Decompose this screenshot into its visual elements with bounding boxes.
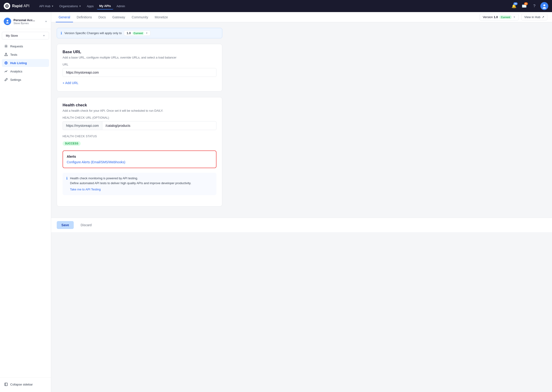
alerts-box: Alerts Configure Alerts (Email/SMS/Webho…: [63, 150, 217, 168]
store-selector[interactable]: My Store ▼: [2, 32, 49, 40]
tab-general[interactable]: General: [56, 12, 73, 22]
sidebar: Personal Acc... Steve Byrnes ▼ My Store …: [0, 12, 51, 392]
health-check-title: Health check: [63, 103, 217, 107]
svg-point-5: [7, 20, 8, 21]
logo[interactable]: Rapid API: [4, 3, 29, 9]
version-banner: ℹ Version Specific Changes will apply on…: [57, 28, 222, 38]
messages-button[interactable]: ✉️ 8: [520, 2, 528, 10]
alerts-title: Alerts: [67, 155, 212, 158]
nav-my-apis[interactable]: My APIs: [97, 3, 113, 9]
account-sub: Steve Byrnes: [14, 22, 43, 25]
account-info: Personal Acc... Steve Byrnes: [14, 18, 43, 25]
health-check-desc: Add a health check for your API. Once se…: [63, 109, 217, 112]
add-url-button[interactable]: + Add URL: [63, 80, 217, 86]
version-banner-tag[interactable]: 1.0 Current ▼: [124, 30, 150, 36]
page-content: ℹ Version Specific Changes will apply on…: [51, 22, 228, 217]
external-link-icon: ↗: [542, 15, 544, 19]
api-testing-link[interactable]: Take me to API Testing: [70, 188, 101, 191]
gear-icon: [4, 44, 8, 48]
collapse-icon: [4, 383, 8, 386]
svg-point-4: [543, 7, 546, 9]
info-icon: ℹ: [66, 176, 68, 192]
view-in-hub-button[interactable]: View in Hub ↗: [521, 14, 547, 21]
account-avatar: [4, 18, 11, 25]
svg-point-6: [6, 22, 9, 23]
navbar-links: API Hub ▼ Organizations ▼ Apps My APIs A…: [37, 3, 127, 9]
user-avatar[interactable]: [540, 2, 548, 10]
notification-badge: 39: [513, 2, 518, 5]
version-current-badge: Current: [499, 15, 512, 19]
info-text: Health check monitoring is powered by AP…: [70, 176, 191, 192]
health-url-row: https://mystoreapi.com: [63, 121, 217, 130]
globe-icon: [4, 61, 8, 65]
logo-text: Rapid API: [12, 4, 29, 8]
sidebar-bottom: Collapse sidebar: [0, 377, 51, 388]
base-url-section: Base URL Add a base URL, configure multi…: [57, 44, 222, 91]
notifications-button[interactable]: 🔔 39: [510, 2, 518, 10]
chevron-down-icon: ▼: [45, 20, 47, 23]
nav-organizations[interactable]: Organizations ▼: [57, 3, 83, 9]
sidebar-item-tests[interactable]: Tests: [2, 51, 49, 58]
account-switcher[interactable]: Personal Acc... Steve Byrnes ▼: [0, 16, 51, 29]
chevron-down-icon: ▼: [51, 5, 54, 7]
version-selector[interactable]: Version 1.0 Current ▼: [480, 14, 518, 21]
health-url-group: Health Check URL (optional) https://myst…: [63, 116, 217, 130]
flask-icon: [4, 53, 8, 56]
tab-docs[interactable]: Docs: [95, 12, 109, 22]
svg-point-7: [6, 46, 7, 47]
pencil-icon: [4, 78, 8, 82]
save-button[interactable]: Save: [57, 221, 74, 229]
version-label: Version 1.0: [483, 15, 498, 19]
tab-bar: General Definitions Docs Gateway Communi…: [51, 12, 552, 22]
logo-icon: [4, 3, 10, 9]
tab-community[interactable]: Community: [129, 12, 151, 22]
health-status-group: Health Check Status SUCCESS: [63, 135, 217, 146]
info-icon: ℹ: [61, 31, 62, 35]
tab-monetize[interactable]: Monetize: [152, 12, 171, 22]
discard-button[interactable]: Discard: [76, 221, 96, 229]
chevron-down-icon: ▼: [43, 34, 45, 37]
main-content: General Definitions Docs Gateway Communi…: [51, 12, 552, 392]
chevron-down-icon: ▼: [145, 32, 148, 34]
health-status-label: Health Check Status: [63, 135, 217, 138]
svg-rect-10: [5, 383, 7, 386]
version-banner-current-badge: Current: [132, 32, 144, 35]
health-info-block: ℹ Health check monitoring is powered by …: [63, 173, 217, 195]
sidebar-item-hub-listing[interactable]: Hub Listing: [2, 59, 49, 67]
svg-point-3: [543, 4, 545, 6]
navbar-icons: 🔔 39 ✉️ 8 ?: [510, 2, 548, 10]
health-status-badge: SUCCESS: [63, 141, 81, 146]
health-path-input[interactable]: [102, 121, 217, 130]
help-button[interactable]: ?: [530, 2, 538, 10]
sidebar-item-settings[interactable]: Settings: [2, 76, 49, 84]
tab-definitions[interactable]: Definitions: [74, 12, 95, 22]
navbar: Rapid API API Hub ▼ Organizations ▼ Apps…: [0, 0, 552, 12]
health-url-label: Health Check URL (optional): [63, 116, 217, 119]
tab-gateway[interactable]: Gateway: [109, 12, 128, 22]
footer-actions: Save Discard: [51, 217, 552, 232]
svg-point-2: [7, 6, 8, 7]
tabs: General Definitions Docs Gateway Communi…: [56, 12, 171, 22]
collapse-sidebar-button[interactable]: Collapse sidebar: [2, 380, 49, 388]
url-input[interactable]: [63, 68, 217, 77]
account-name: Personal Acc...: [14, 18, 43, 22]
chevron-down-icon: ▼: [79, 5, 81, 7]
nav-apps[interactable]: Apps: [84, 3, 96, 9]
chart-icon: [4, 70, 8, 73]
sidebar-nav: Requests Tests Hub Listing Analytics Set…: [0, 42, 51, 84]
health-base-url: https://mystoreapi.com: [63, 121, 102, 130]
url-field-label: URL: [63, 63, 217, 66]
nav-admin[interactable]: Admin: [114, 3, 127, 9]
health-check-section: Health check Add a health check for your…: [57, 97, 222, 206]
tab-actions: Version 1.0 Current ▼ View in Hub ↗: [480, 14, 547, 21]
sidebar-item-requests[interactable]: Requests: [2, 42, 49, 50]
configure-alerts-link[interactable]: Configure Alerts (Email/SMS/Webhooks): [67, 160, 125, 164]
sidebar-item-analytics[interactable]: Analytics: [2, 67, 49, 75]
chevron-down-icon: ▼: [513, 16, 516, 18]
base-url-desc: Add a base URL, configure multiple URLs,…: [63, 56, 217, 59]
app-layout: Personal Acc... Steve Byrnes ▼ My Store …: [0, 12, 552, 392]
base-url-title: Base URL: [63, 50, 217, 54]
message-badge: 8: [524, 2, 528, 5]
nav-api-hub[interactable]: API Hub ▼: [37, 3, 56, 9]
